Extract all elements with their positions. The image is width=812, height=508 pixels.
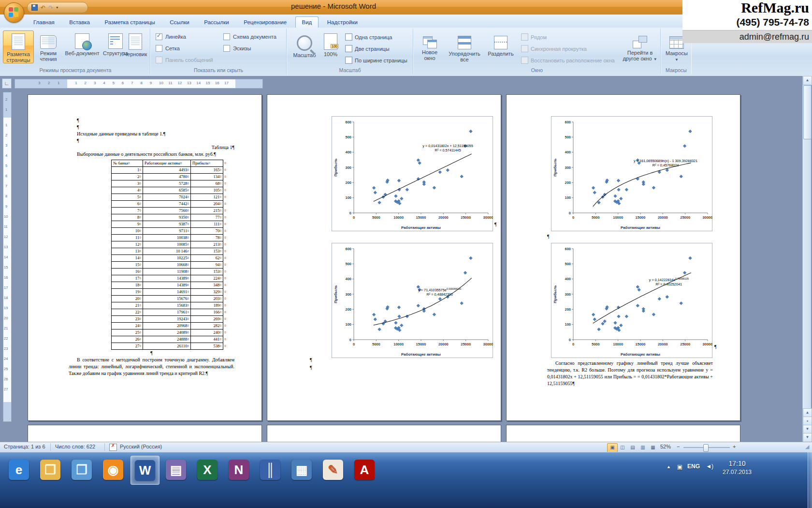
- print-layout-button[interactable]: Разметка страницы: [3, 30, 34, 63]
- word-count[interactable]: Число слов: 622: [55, 444, 95, 449]
- svg-text:400: 400: [565, 277, 571, 281]
- clock[interactable]: 17:10 27.07.2013: [715, 460, 759, 476]
- page-width-button[interactable]: По ширине страницы: [345, 57, 407, 64]
- draft-button[interactable]: Черновик: [121, 30, 150, 58]
- pilcrow-mark: ¶: [69, 124, 234, 131]
- page-4-stub[interactable]: [28, 425, 262, 442]
- table-cell: 10 146¤: [143, 248, 191, 255]
- table-row: 8¤9350¤77¤¤: [112, 214, 228, 221]
- scrollbar-thumb[interactable]: [803, 85, 812, 139]
- volume-icon[interactable]: ◄): [706, 463, 713, 470]
- view-fullscreen-button[interactable]: ◫: [617, 443, 628, 452]
- tab-insert[interactable]: Вставка: [63, 17, 96, 28]
- language-tray[interactable]: ENG: [687, 463, 700, 470]
- columns-app-icon[interactable]: ║: [256, 456, 284, 484]
- macros-icon: [669, 36, 684, 49]
- switch-windows-button[interactable]: Перейти в другое окно ▼: [621, 30, 659, 63]
- explorer-folder-icon[interactable]: ❐: [36, 456, 64, 484]
- new-window-button[interactable]: Новое окно: [416, 30, 444, 61]
- tab-stop-selector[interactable]: ∟: [2, 78, 12, 89]
- svg-text:100: 100: [345, 195, 351, 200]
- one-page-button[interactable]: Одна страница: [345, 33, 392, 41]
- view-print-layout-button[interactable]: ▣: [607, 443, 618, 452]
- tab-review[interactable]: Рецензирование: [237, 17, 293, 28]
- gridlines-checkbox[interactable]: Сетка: [156, 45, 180, 52]
- table-cell: 10¤: [112, 228, 143, 235]
- excel-icon[interactable]: X: [193, 456, 221, 484]
- word-icon[interactable]: W: [130, 456, 160, 485]
- page-2[interactable]: 0500010000150002000025000300000100200300…: [267, 94, 501, 421]
- view-outline-button[interactable]: ▥: [638, 443, 648, 452]
- page-6-stub[interactable]: [506, 425, 740, 442]
- network-icon[interactable]: ▣: [677, 463, 682, 470]
- table-header: Прибыль¤: [191, 160, 223, 167]
- arrange-all-button[interactable]: Упорядочить все: [444, 30, 485, 63]
- table-cell: 4¤: [112, 187, 143, 194]
- zoom-100-button[interactable]: 100%: [319, 30, 342, 58]
- paragraph: Исходные данные приведены в таблице 1.¶: [69, 131, 234, 137]
- pilcrow-mark: ¶: [310, 357, 312, 362]
- internet-explorer-icon[interactable]: e: [5, 456, 33, 484]
- adobe-reader-icon[interactable]: A: [350, 456, 378, 484]
- table-cell: 269¤: [191, 316, 223, 323]
- horizontal-ruler[interactable]: 3211234567891011121314151617: [14, 79, 263, 89]
- svg-text:R² = 0,57411445: R² = 0,57411445: [435, 148, 461, 152]
- chart-logarithmic-trend: 0500010000150002000025000300000100200300…: [551, 116, 712, 231]
- spellcheck-icon[interactable]: [109, 444, 117, 451]
- show-desktop-button[interactable]: [808, 452, 812, 508]
- pilcrow-mark: ¶: [69, 137, 234, 144]
- zoom-out-button[interactable]: −: [677, 444, 680, 449]
- office-button[interactable]: [4, 2, 24, 23]
- two-pages-button[interactable]: Две страницы: [345, 45, 390, 52]
- split-button[interactable]: Разделить: [485, 30, 516, 57]
- table-cell: 2¤: [112, 174, 143, 180]
- zoom-level[interactable]: 52%: [660, 444, 671, 449]
- zoom-in-button[interactable]: +: [733, 444, 736, 449]
- zoom-slider-thumb[interactable]: [703, 444, 709, 452]
- thumbnails-checkbox[interactable]: Эскизы: [223, 45, 251, 52]
- tab-addins[interactable]: Надстройки: [321, 17, 364, 28]
- scatter-chart: 0500010000150002000025000300000100200300…: [332, 243, 493, 358]
- svg-text:15000: 15000: [416, 215, 426, 220]
- reading-mode-button[interactable]: Режим чтения: [35, 30, 62, 62]
- ruler-checkbox[interactable]: Линейка: [156, 33, 186, 40]
- vertical-ruler[interactable]: 2112345678910111213141516171819202122232…: [3, 92, 12, 422]
- zoom-button[interactable]: Масштаб: [290, 30, 319, 59]
- page-3[interactable]: 0500010000150002000025000300000100200300…: [506, 94, 740, 421]
- onenote-icon[interactable]: N: [225, 456, 253, 484]
- view-draft-button[interactable]: ▦: [648, 443, 658, 452]
- page-1[interactable]: ¶ ¶ Исходные данные приведены в таблице …: [28, 94, 262, 421]
- table-header: № банка¤: [112, 160, 143, 167]
- tab-references[interactable]: Ссылки: [163, 17, 196, 28]
- calculator-icon[interactable]: ▦: [288, 456, 316, 484]
- scroll-down-icon[interactable]: ▼: [803, 433, 812, 442]
- table-row: 6¤7442¤204¤¤: [112, 201, 228, 208]
- table-cell: 24888¤: [143, 336, 191, 343]
- hidden-icons-arrow[interactable]: ▲: [667, 464, 671, 469]
- svg-text:600: 600: [345, 247, 351, 251]
- document-map-checkbox[interactable]: Схема документа: [223, 33, 276, 40]
- table-cell: 14389¤: [143, 275, 191, 282]
- tab-view[interactable]: Вид: [295, 16, 319, 28]
- resize-grip[interactable]: ◢: [805, 444, 809, 450]
- group-zoom: Масштаб 100% Одна страница Две страницы …: [287, 29, 413, 74]
- page-indicator[interactable]: Страница: 1 из 6: [4, 444, 45, 449]
- browser-orange-icon[interactable]: ◉: [99, 456, 127, 484]
- window-title: решение - Microsoft Word: [0, 2, 667, 10]
- scatter-chart: 0500010000150002000025000300000100200300…: [551, 116, 712, 231]
- tab-mailings[interactable]: Рассылки: [198, 17, 235, 28]
- vertical-scrollbar[interactable]: ▲ ▲ ● ▼ ▼: [802, 76, 811, 442]
- view-web-button[interactable]: ▤: [627, 443, 638, 452]
- page-5-stub[interactable]: [267, 425, 501, 442]
- language-indicator[interactable]: Русский (Россия): [120, 444, 162, 449]
- x-axis-label: Работающие активы: [401, 225, 441, 230]
- computer-window-icon[interactable]: ❒: [68, 456, 96, 484]
- tab-home[interactable]: Главная: [27, 17, 61, 28]
- paint-icon[interactable]: ✎: [319, 456, 347, 484]
- winrar-icon[interactable]: ▤: [162, 456, 190, 484]
- scroll-up-icon[interactable]: ▲: [803, 76, 812, 85]
- side-by-side-button: Рядом: [521, 33, 547, 41]
- tab-page-layout[interactable]: Разметка страницы: [98, 17, 161, 28]
- web-layout-button[interactable]: Веб-документ: [63, 30, 102, 57]
- svg-text:200: 200: [345, 180, 351, 185]
